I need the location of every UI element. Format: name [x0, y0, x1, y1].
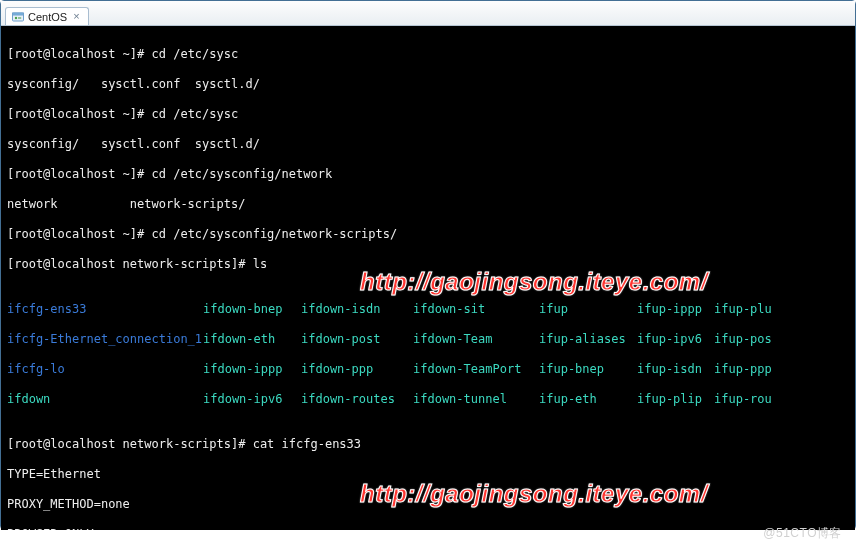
close-icon[interactable]: × [71, 11, 81, 22]
svg-point-2 [15, 16, 17, 18]
ls-listing: ifcfg-ens33ifdown-bnepifdown-isdnifdown-… [7, 287, 849, 422]
blog-tag: @51CTO博客 [763, 525, 842, 542]
tab-bar: CentOS × [1, 1, 855, 26]
svg-rect-3 [18, 17, 21, 18]
terminal-icon [12, 11, 24, 23]
svg-rect-1 [13, 13, 24, 15]
tab-label: CentOS [28, 11, 67, 23]
tab-centos[interactable]: CentOS × [5, 7, 89, 25]
terminal-output[interactable]: [root@localhost ~]# cd /etc/sysc sysconf… [1, 26, 855, 530]
terminal-window: CentOS × [root@localhost ~]# cd /etc/sys… [0, 0, 856, 530]
